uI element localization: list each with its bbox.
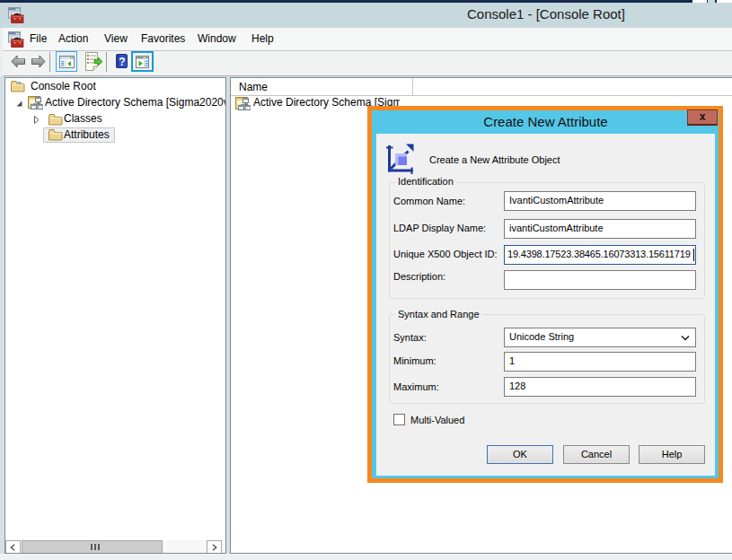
- svg-text:?: ?: [119, 56, 125, 68]
